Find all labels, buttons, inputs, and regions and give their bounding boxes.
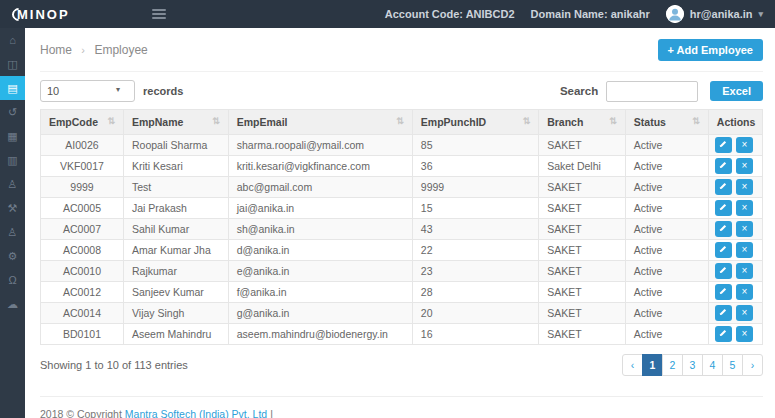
breadcrumb-current: Employee <box>94 43 147 57</box>
delete-button[interactable]: × <box>736 221 753 237</box>
edit-button[interactable] <box>715 221 732 237</box>
hamburger-menu-icon[interactable] <box>148 5 170 23</box>
pagination-page-1[interactable]: 1 <box>642 354 663 376</box>
actions-cell: × <box>708 240 762 261</box>
sort-icon[interactable]: ⇅ <box>396 116 404 126</box>
copyright: 2018 © Copyright Mantra Softech (India) … <box>40 396 763 418</box>
user-menu[interactable]: hr@anika.in ▾ <box>666 5 763 23</box>
edit-button[interactable] <box>715 305 732 321</box>
empcode-cell: AC0007 <box>41 219 124 240</box>
delete-button[interactable]: × <box>736 200 753 216</box>
sidebar-item-schedule[interactable]: ▥ <box>0 148 25 172</box>
sort-icon[interactable]: ⇅ <box>692 116 700 126</box>
sidebar-item-user[interactable]: ♙ <box>0 172 25 196</box>
emppunchid-cell: 9999 <box>412 177 538 198</box>
sort-icon[interactable]: ⇅ <box>523 116 531 126</box>
col-header-label: EmpName <box>132 116 183 128</box>
delete-x-icon: × <box>741 139 747 150</box>
col-header-empcode[interactable]: EmpCode⇅ <box>41 110 124 135</box>
chevron-down-icon: ▾ <box>758 9 763 19</box>
notifications-icon: Ω <box>8 275 16 286</box>
topbar: MINOP Account Code: ANIBCD2 Domain Name:… <box>0 0 775 28</box>
table-footer: Showing 1 to 10 of 113 entries ‹12345› <box>40 345 763 384</box>
status-cell: Active <box>625 303 708 324</box>
sidebar-item-settings[interactable]: ⚙ <box>0 244 25 268</box>
sort-icon[interactable]: ⇅ <box>609 116 617 126</box>
branch-cell: SAKET <box>539 135 626 156</box>
delete-button[interactable]: × <box>736 137 753 153</box>
sort-icon[interactable]: ⇅ <box>107 116 115 126</box>
breadcrumb: Home › Employee <box>40 43 148 57</box>
empname-cell: Roopali Sharma <box>124 135 229 156</box>
edit-button[interactable] <box>715 158 732 174</box>
col-header-emppunchid[interactable]: EmpPunchID⇅ <box>412 110 538 135</box>
sidebar-item-organization[interactable]: ◫ <box>0 52 25 76</box>
search-input[interactable] <box>606 81 698 102</box>
branch-cell: SAKET <box>539 198 626 219</box>
organization-icon: ◫ <box>7 59 17 70</box>
table-row: AC0014Vijay Singhg@anika.in20SAKETActive… <box>41 303 763 324</box>
employee-icon: ▤ <box>7 83 17 94</box>
edit-button[interactable] <box>715 263 732 279</box>
sidebar-item-history[interactable]: ↺ <box>0 100 25 124</box>
add-employee-button[interactable]: + Add Employee <box>658 39 763 61</box>
edit-button[interactable] <box>715 284 732 300</box>
col-header-status[interactable]: Status⇅ <box>625 110 708 135</box>
delete-button[interactable]: × <box>736 242 753 258</box>
status-cell: Active <box>625 219 708 240</box>
col-header-empname[interactable]: EmpName⇅ <box>124 110 229 135</box>
sidebar-item-employee[interactable]: ▤ <box>0 76 25 100</box>
empemail-cell: aseem.mahindru@biodenergy.in <box>228 324 412 345</box>
breadcrumb-home-link[interactable]: Home <box>40 43 72 57</box>
delete-button[interactable]: × <box>736 158 753 174</box>
sidebar-item-user-profile[interactable]: ♙ <box>0 220 25 244</box>
breadcrumb-separator: › <box>75 44 91 56</box>
sidebar-item-tools[interactable]: ⚒ <box>0 196 25 220</box>
empemail-cell: kriti.kesari@vigkfinance.com <box>228 156 412 177</box>
pagination-page-5[interactable]: 5 <box>722 354 743 376</box>
status-cell: Active <box>625 261 708 282</box>
delete-button[interactable]: × <box>736 326 753 342</box>
pagination-prev[interactable]: ‹ <box>622 354 643 376</box>
calendar-icon: ▦ <box>7 131 17 142</box>
pagination-page-2[interactable]: 2 <box>662 354 683 376</box>
edit-button[interactable] <box>715 200 732 216</box>
sidebar-item-home[interactable]: ⌂ <box>0 28 25 52</box>
empname-cell: Kriti Kesari <box>124 156 229 177</box>
records-select[interactable]: 10 <box>40 80 135 102</box>
col-header-branch[interactable]: Branch⇅ <box>539 110 626 135</box>
sidebar-item-calendar[interactable]: ▦ <box>0 124 25 148</box>
edit-pencil-icon <box>719 266 727 274</box>
topbar-right: Account Code: ANIBCD2 Domain Name: anika… <box>385 5 763 23</box>
copyright-link[interactable]: Mantra Softech (India) Pvt. Ltd <box>125 408 267 418</box>
emppunchid-cell: 15 <box>412 198 538 219</box>
delete-button[interactable]: × <box>736 284 753 300</box>
pagination: ‹12345› <box>622 354 763 376</box>
table-header-row: EmpCode⇅EmpName⇅EmpEmail⇅EmpPunchID⇅Bran… <box>41 110 763 135</box>
status-cell: Active <box>625 198 708 219</box>
emppunchid-cell: 85 <box>412 135 538 156</box>
edit-button[interactable] <box>715 242 732 258</box>
pagination-next[interactable]: › <box>742 354 763 376</box>
sidebar-item-cloud[interactable]: ☁ <box>0 292 25 316</box>
sort-icon[interactable]: ⇅ <box>212 116 220 126</box>
branch-cell: SAKET <box>539 240 626 261</box>
col-header-empemail[interactable]: EmpEmail⇅ <box>228 110 412 135</box>
excel-export-button[interactable]: Excel <box>710 81 763 101</box>
branch-cell: SAKET <box>539 303 626 324</box>
delete-button[interactable]: × <box>736 263 753 279</box>
pagination-page-3[interactable]: 3 <box>682 354 703 376</box>
edit-button[interactable] <box>715 326 732 342</box>
edit-button[interactable] <box>715 137 732 153</box>
delete-button[interactable]: × <box>736 179 753 195</box>
edit-button[interactable] <box>715 179 732 195</box>
delete-x-icon: × <box>741 286 747 297</box>
delete-x-icon: × <box>741 328 747 339</box>
delete-button[interactable]: × <box>736 305 753 321</box>
sidebar-item-notifications[interactable]: Ω <box>0 268 25 292</box>
empname-cell: Aseem Mahindru <box>124 324 229 345</box>
account-code: Account Code: ANIBCD2 <box>385 8 515 20</box>
pagination-page-4[interactable]: 4 <box>702 354 723 376</box>
edit-pencil-icon <box>719 182 727 190</box>
actions-cell: × <box>708 324 762 345</box>
